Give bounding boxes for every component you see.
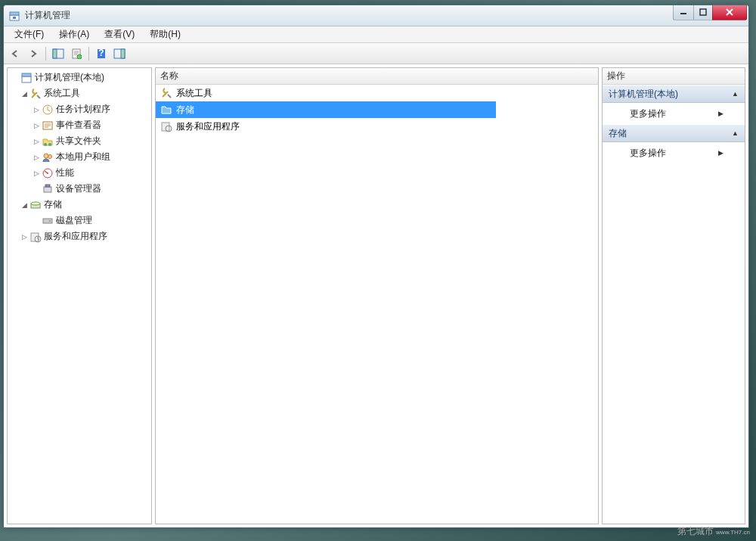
svg-point-22 bbox=[47, 173, 48, 174]
column-name-label: 名称 bbox=[160, 70, 178, 82]
list-item-storage[interactable]: 存储 bbox=[156, 101, 496, 118]
list-column-header[interactable]: 名称 bbox=[156, 68, 598, 85]
svg-rect-12 bbox=[121, 49, 125, 58]
svg-point-18 bbox=[48, 143, 51, 146]
actions-header-label: 操作 bbox=[607, 70, 625, 82]
expand-icon[interactable]: ▷ bbox=[32, 121, 41, 130]
menu-file[interactable]: 文件(F) bbox=[8, 26, 50, 42]
svg-rect-13 bbox=[22, 76, 31, 82]
tree-node-root[interactable]: 计算机管理(本地) bbox=[8, 70, 151, 86]
app-window: 计算机管理 文件(F) 操作(A) 查看(V) 帮助(H) ? bbox=[3, 5, 749, 528]
action-label: 更多操作 bbox=[630, 147, 666, 160]
services-icon bbox=[29, 231, 42, 243]
users-icon bbox=[42, 151, 54, 163]
toolbar: ? bbox=[4, 43, 748, 64]
actions-section-storage[interactable]: 存储 ▲ bbox=[603, 124, 745, 142]
section-label: 存储 bbox=[609, 127, 627, 140]
menu-action[interactable]: 操作(A) bbox=[53, 26, 95, 42]
titlebar[interactable]: 计算机管理 bbox=[4, 5, 748, 26]
actions-more-1[interactable]: 更多操作 ▶ bbox=[603, 103, 745, 124]
list-pane: 名称 系统工具 存储 服务和应用程序 bbox=[155, 67, 599, 524]
toolbar-separator bbox=[88, 47, 89, 61]
tree-node-storage[interactable]: ◢ 存储 bbox=[8, 197, 151, 213]
tree-label: 计算机管理(本地) bbox=[35, 71, 104, 84]
tree-label: 共享文件夹 bbox=[56, 135, 101, 148]
toolbar-separator bbox=[45, 47, 46, 61]
expand-icon[interactable]: ▷ bbox=[20, 232, 29, 241]
show-hide-actions-button[interactable] bbox=[111, 45, 128, 62]
services-icon bbox=[160, 120, 172, 132]
list-item-services-apps[interactable]: 服务和应用程序 bbox=[156, 118, 598, 135]
list-item-system-tools[interactable]: 系统工具 bbox=[156, 85, 598, 101]
chevron-right-icon: ▶ bbox=[718, 110, 723, 117]
tree-label: 性能 bbox=[56, 166, 74, 179]
expand-icon[interactable]: ▷ bbox=[32, 137, 41, 146]
collapse-icon[interactable]: ◢ bbox=[20, 201, 29, 210]
menu-help[interactable]: 帮助(H) bbox=[144, 26, 187, 42]
svg-point-17 bbox=[44, 143, 47, 146]
menu-view[interactable]: 查看(V) bbox=[98, 26, 141, 42]
tree-node-shared-folders[interactable]: ▷ 共享文件夹 bbox=[8, 133, 151, 149]
chevron-right-icon: ▶ bbox=[718, 149, 723, 157]
tree-node-system-tools[interactable]: ◢ 系统工具 bbox=[8, 86, 151, 101]
nav-back-button[interactable] bbox=[7, 45, 23, 62]
tree-label: 存储 bbox=[44, 198, 62, 211]
window-title: 计算机管理 bbox=[25, 9, 674, 22]
tree-label: 本地用户和组 bbox=[56, 151, 110, 163]
list-item-label: 存储 bbox=[176, 104, 194, 117]
disk-management-icon bbox=[42, 215, 54, 227]
expand-icon[interactable]: ▷ bbox=[32, 153, 41, 162]
list-item-label: 系统工具 bbox=[176, 87, 212, 100]
watermark: 第七城市 www.TH7.cn bbox=[677, 525, 750, 538]
collapse-icon[interactable]: ◢ bbox=[20, 89, 29, 98]
minimize-button[interactable] bbox=[673, 5, 694, 20]
tree-label: 服务和应用程序 bbox=[44, 230, 107, 243]
svg-rect-14 bbox=[22, 73, 31, 76]
close-button[interactable] bbox=[712, 5, 747, 20]
nav-forward-button[interactable] bbox=[25, 45, 42, 62]
tree-node-disk-management[interactable]: 磁盘管理 bbox=[8, 213, 151, 229]
list-body: 系统工具 存储 服务和应用程序 bbox=[156, 85, 598, 524]
blank-icon bbox=[32, 185, 41, 194]
tree-label: 系统工具 bbox=[44, 87, 80, 100]
list-item-label: 服务和应用程序 bbox=[176, 120, 240, 133]
watermark-sub: www.TH7.cn bbox=[716, 529, 750, 536]
svg-point-8 bbox=[77, 54, 82, 59]
collapse-icon: ▲ bbox=[732, 90, 739, 98]
svg-point-28 bbox=[49, 220, 51, 222]
clock-icon bbox=[42, 104, 54, 116]
maximize-button[interactable] bbox=[693, 5, 713, 20]
actions-more-2[interactable]: 更多操作 ▶ bbox=[603, 142, 745, 163]
tree-node-performance[interactable]: ▷ 性能 bbox=[8, 165, 151, 181]
content-area: 计算机管理(本地) ◢ 系统工具 ▷ 任务计划程序 ▷ 事件查看器 bbox=[4, 64, 748, 527]
svg-rect-24 bbox=[45, 185, 50, 187]
tree-node-local-users[interactable]: ▷ 本地用户和组 bbox=[8, 149, 151, 165]
event-viewer-icon bbox=[42, 120, 54, 132]
expand-icon[interactable]: ▷ bbox=[32, 105, 41, 114]
computer-management-icon bbox=[20, 72, 33, 84]
watermark-main: 第七城市 bbox=[677, 526, 714, 536]
actions-pane: 操作 计算机管理(本地) ▲ 更多操作 ▶ 存储 ▲ 更多操作 ▶ bbox=[602, 67, 745, 524]
actions-section-computer-management[interactable]: 计算机管理(本地) ▲ bbox=[603, 85, 745, 103]
svg-point-26 bbox=[31, 202, 40, 205]
tools-icon bbox=[160, 87, 172, 99]
tree-node-device-manager[interactable]: 设备管理器 bbox=[8, 181, 151, 197]
properties-button[interactable] bbox=[68, 45, 85, 62]
collapse-icon: ▲ bbox=[732, 129, 739, 137]
svg-rect-1 bbox=[10, 12, 19, 15]
help-button[interactable]: ? bbox=[93, 45, 110, 62]
tree-label: 任务计划程序 bbox=[56, 103, 110, 116]
svg-rect-4 bbox=[700, 9, 706, 15]
section-label: 计算机管理(本地) bbox=[609, 88, 678, 101]
window-controls bbox=[674, 5, 748, 20]
tree-node-event-viewer[interactable]: ▷ 事件查看器 bbox=[8, 117, 151, 133]
tree-node-task-scheduler[interactable]: ▷ 任务计划程序 bbox=[8, 101, 151, 117]
svg-rect-3 bbox=[680, 13, 686, 14]
expand-icon[interactable]: ▷ bbox=[32, 169, 41, 178]
performance-icon bbox=[42, 167, 54, 179]
tree-label: 磁盘管理 bbox=[56, 214, 92, 227]
show-hide-tree-button[interactable] bbox=[50, 45, 67, 62]
svg-rect-23 bbox=[44, 187, 51, 192]
tree-node-services-apps[interactable]: ▷ 服务和应用程序 bbox=[8, 229, 151, 244]
action-label: 更多操作 bbox=[630, 107, 666, 120]
